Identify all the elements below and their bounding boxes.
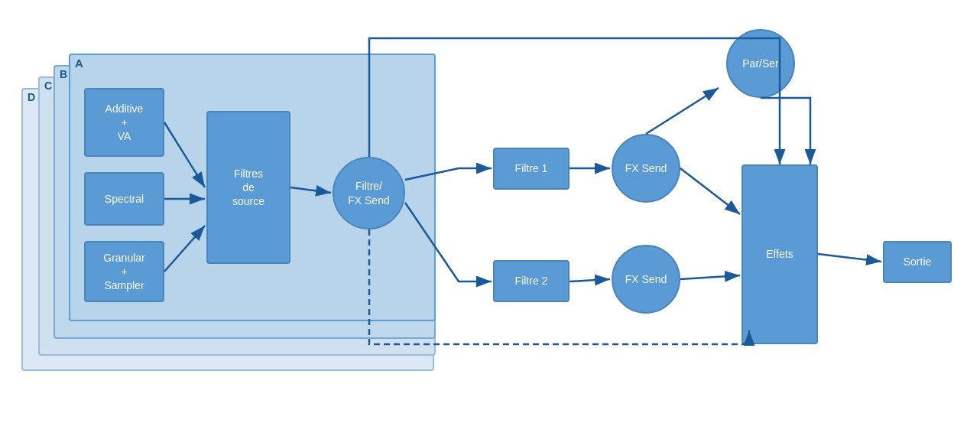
- label-panel-a: A: [75, 57, 83, 70]
- label-panel-d: D: [28, 91, 35, 103]
- box-effets: Effets: [741, 164, 818, 344]
- box-granular: Granular + Sampler: [84, 241, 164, 302]
- box-fx-send2: FX Send: [612, 245, 680, 314]
- box-filtre1: Filtre 1: [493, 148, 570, 190]
- svg-line-11: [818, 254, 881, 262]
- box-fx-send1: FX Send: [612, 134, 680, 203]
- box-spectral: Spectral: [84, 172, 164, 226]
- label-panel-b: B: [60, 68, 67, 80]
- box-filtre-fx-send: Filtre/ FX Send: [333, 157, 405, 229]
- svg-line-8: [646, 88, 719, 134]
- box-filtre2: Filtre 2: [493, 260, 570, 302]
- svg-line-7: [570, 279, 610, 281]
- box-sortie: Sortie: [883, 241, 952, 283]
- box-additive-va: Additive + VA: [84, 88, 164, 157]
- box-par-ser: Par/Ser: [726, 29, 795, 98]
- box-filtres-source: Filtres de source: [206, 111, 290, 264]
- svg-line-9: [680, 168, 740, 214]
- label-panel-c: C: [44, 80, 52, 92]
- diagram-container: A B C D Additive + VA Spectral Granular …: [0, 0, 980, 423]
- svg-line-10: [680, 275, 740, 279]
